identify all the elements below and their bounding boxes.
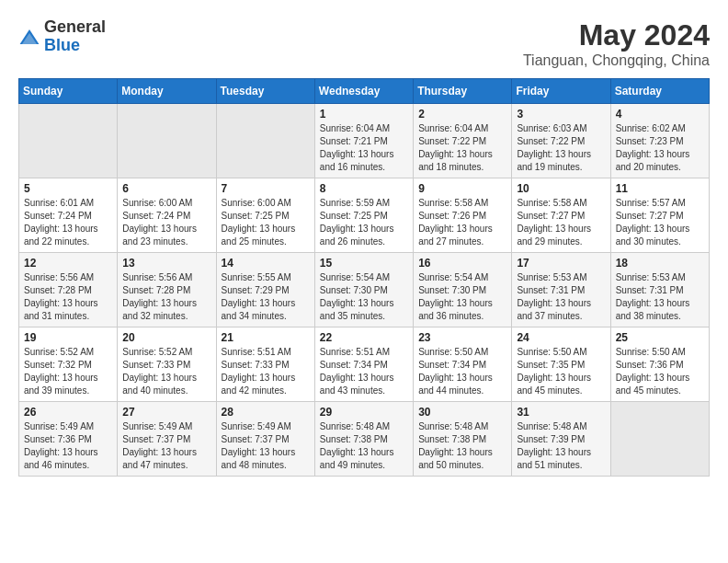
day-info: Sunrise: 5:48 AMSunset: 7:38 PMDaylight:… (320, 420, 408, 472)
calendar-cell-week5-day2: 28Sunrise: 5:49 AMSunset: 7:37 PMDayligh… (216, 402, 314, 477)
day-info: Sunrise: 5:48 AMSunset: 7:39 PMDaylight:… (517, 420, 605, 472)
day-number: 19 (24, 331, 112, 344)
day-number: 30 (418, 406, 506, 419)
day-number: 9 (418, 182, 506, 195)
calendar-cell-week5-day1: 27Sunrise: 5:49 AMSunset: 7:37 PMDayligh… (118, 402, 216, 477)
weekday-header-wednesday: Wednesday (314, 79, 413, 104)
calendar-cell-week4-day0: 19Sunrise: 5:52 AMSunset: 7:32 PMDayligh… (19, 327, 118, 402)
week-row-2: 5Sunrise: 6:01 AMSunset: 7:24 PMDaylight… (19, 178, 710, 253)
day-info: Sunrise: 5:53 AMSunset: 7:31 PMDaylight:… (616, 271, 704, 323)
calendar-cell-week2-day5: 10Sunrise: 5:58 AMSunset: 7:27 PMDayligh… (512, 178, 610, 253)
weekday-header-tuesday: Tuesday (216, 79, 314, 104)
day-info: Sunrise: 5:49 AMSunset: 7:37 PMDaylight:… (222, 420, 310, 472)
calendar-cell-week5-day5: 31Sunrise: 5:48 AMSunset: 7:39 PMDayligh… (512, 402, 610, 477)
day-number: 15 (320, 257, 408, 270)
weekday-header-saturday: Saturday (610, 79, 709, 104)
day-number: 14 (222, 257, 310, 270)
day-info: Sunrise: 5:53 AMSunset: 7:31 PMDaylight:… (517, 271, 605, 323)
day-number: 27 (122, 406, 210, 419)
day-info: Sunrise: 6:01 AMSunset: 7:24 PMDaylight:… (24, 197, 112, 248)
day-number: 12 (24, 257, 112, 270)
calendar-header: SundayMondayTuesdayWednesdayThursdayFrid… (19, 79, 710, 104)
day-info: Sunrise: 5:50 AMSunset: 7:36 PMDaylight:… (616, 346, 704, 397)
day-number: 31 (517, 406, 605, 419)
calendar-cell-week2-day6: 11Sunrise: 5:57 AMSunset: 7:27 PMDayligh… (610, 178, 709, 253)
day-info: Sunrise: 5:52 AMSunset: 7:32 PMDaylight:… (24, 346, 112, 397)
day-number: 6 (122, 182, 210, 195)
day-info: Sunrise: 5:50 AMSunset: 7:34 PMDaylight:… (418, 346, 506, 397)
calendar-cell-week4-day6: 25Sunrise: 5:50 AMSunset: 7:36 PMDayligh… (610, 327, 709, 402)
day-number: 26 (24, 406, 112, 419)
weekday-header-thursday: Thursday (414, 79, 512, 104)
day-number: 7 (222, 182, 310, 195)
calendar-cell-week2-day3: 8Sunrise: 5:59 AMSunset: 7:25 PMDaylight… (314, 178, 413, 253)
day-number: 1 (320, 108, 408, 121)
calendar-cell-week3-day0: 12Sunrise: 5:56 AMSunset: 7:28 PMDayligh… (19, 253, 118, 327)
calendar-body: 1Sunrise: 6:04 AMSunset: 7:21 PMDaylight… (19, 104, 710, 477)
calendar-cell-week2-day4: 9Sunrise: 5:58 AMSunset: 7:26 PMDaylight… (414, 178, 512, 253)
calendar-cell-week5-day0: 26Sunrise: 5:49 AMSunset: 7:36 PMDayligh… (19, 402, 118, 477)
day-info: Sunrise: 5:50 AMSunset: 7:35 PMDaylight:… (517, 346, 605, 397)
day-info: Sunrise: 6:00 AMSunset: 7:24 PMDaylight:… (122, 197, 210, 248)
week-row-1: 1Sunrise: 6:04 AMSunset: 7:21 PMDaylight… (19, 104, 710, 178)
calendar-cell-week2-day2: 7Sunrise: 6:00 AMSunset: 7:25 PMDaylight… (216, 178, 314, 253)
week-row-3: 12Sunrise: 5:56 AMSunset: 7:28 PMDayligh… (19, 253, 710, 327)
day-number: 18 (616, 257, 704, 270)
day-number: 21 (222, 331, 310, 344)
day-number: 2 (418, 108, 506, 121)
calendar-cell-week1-day6: 4Sunrise: 6:02 AMSunset: 7:23 PMDaylight… (610, 104, 709, 178)
calendar-cell-week3-day5: 17Sunrise: 5:53 AMSunset: 7:31 PMDayligh… (512, 253, 610, 327)
day-info: Sunrise: 5:49 AMSunset: 7:37 PMDaylight:… (122, 420, 210, 472)
calendar-cell-week5-day6 (610, 402, 709, 477)
calendar-cell-week1-day5: 3Sunrise: 6:03 AMSunset: 7:22 PMDaylight… (512, 104, 610, 178)
week-row-4: 19Sunrise: 5:52 AMSunset: 7:32 PMDayligh… (19, 327, 710, 402)
day-info: Sunrise: 5:59 AMSunset: 7:25 PMDaylight:… (320, 197, 408, 248)
calendar-cell-week4-day2: 21Sunrise: 5:51 AMSunset: 7:33 PMDayligh… (216, 327, 314, 402)
calendar-cell-week5-day4: 30Sunrise: 5:48 AMSunset: 7:38 PMDayligh… (414, 402, 512, 477)
day-info: Sunrise: 6:04 AMSunset: 7:21 PMDaylight:… (320, 122, 408, 174)
day-number: 20 (122, 331, 210, 344)
calendar-cell-week3-day4: 16Sunrise: 5:54 AMSunset: 7:30 PMDayligh… (414, 253, 512, 327)
day-number: 16 (418, 257, 506, 270)
day-info: Sunrise: 5:55 AMSunset: 7:29 PMDaylight:… (222, 271, 310, 323)
day-number: 23 (418, 331, 506, 344)
weekday-header-monday: Monday (118, 79, 216, 104)
day-number: 17 (517, 257, 605, 270)
logo-blue: Blue (44, 36, 80, 54)
subtitle: Tianguan, Chongqing, China (523, 52, 710, 69)
calendar-table: SundayMondayTuesdayWednesdayThursdayFrid… (18, 78, 710, 477)
weekday-header-friday: Friday (512, 79, 610, 104)
day-number: 28 (222, 406, 310, 419)
day-info: Sunrise: 5:52 AMSunset: 7:33 PMDaylight:… (122, 346, 210, 397)
day-number: 25 (616, 331, 704, 344)
page-header: General Blue May 2024 Tianguan, Chongqin… (18, 18, 710, 69)
day-info: Sunrise: 5:57 AMSunset: 7:27 PMDaylight:… (616, 197, 704, 248)
day-info: Sunrise: 5:58 AMSunset: 7:27 PMDaylight:… (517, 197, 605, 248)
day-number: 3 (517, 108, 605, 121)
day-number: 10 (517, 182, 605, 195)
calendar-cell-week3-day6: 18Sunrise: 5:53 AMSunset: 7:31 PMDayligh… (610, 253, 709, 327)
calendar-cell-week5-day3: 29Sunrise: 5:48 AMSunset: 7:38 PMDayligh… (314, 402, 413, 477)
day-info: Sunrise: 5:58 AMSunset: 7:26 PMDaylight:… (418, 197, 506, 248)
calendar-cell-week2-day0: 5Sunrise: 6:01 AMSunset: 7:24 PMDaylight… (19, 178, 118, 253)
weekday-header-sunday: Sunday (19, 79, 118, 104)
calendar-cell-week2-day1: 6Sunrise: 6:00 AMSunset: 7:24 PMDaylight… (118, 178, 216, 253)
day-info: Sunrise: 5:54 AMSunset: 7:30 PMDaylight:… (320, 271, 408, 323)
day-info: Sunrise: 5:49 AMSunset: 7:36 PMDaylight:… (24, 420, 112, 472)
day-info: Sunrise: 6:04 AMSunset: 7:22 PMDaylight:… (418, 122, 506, 174)
calendar-cell-week4-day1: 20Sunrise: 5:52 AMSunset: 7:33 PMDayligh… (118, 327, 216, 402)
day-number: 4 (616, 108, 704, 121)
day-number: 13 (122, 257, 210, 270)
day-info: Sunrise: 5:54 AMSunset: 7:30 PMDaylight:… (418, 271, 506, 323)
day-number: 29 (320, 406, 408, 419)
calendar-cell-week3-day3: 15Sunrise: 5:54 AMSunset: 7:30 PMDayligh… (314, 253, 413, 327)
calendar-cell-week4-day4: 23Sunrise: 5:50 AMSunset: 7:34 PMDayligh… (414, 327, 512, 402)
main-title: May 2024 (523, 18, 710, 52)
title-block: May 2024 Tianguan, Chongqing, China (523, 18, 710, 69)
calendar-cell-week3-day2: 14Sunrise: 5:55 AMSunset: 7:29 PMDayligh… (216, 253, 314, 327)
week-row-5: 26Sunrise: 5:49 AMSunset: 7:36 PMDayligh… (19, 402, 710, 477)
weekday-header-row: SundayMondayTuesdayWednesdayThursdayFrid… (19, 79, 710, 104)
day-info: Sunrise: 5:56 AMSunset: 7:28 PMDaylight:… (122, 271, 210, 323)
day-info: Sunrise: 6:03 AMSunset: 7:22 PMDaylight:… (517, 122, 605, 174)
logo: General Blue (18, 18, 106, 55)
